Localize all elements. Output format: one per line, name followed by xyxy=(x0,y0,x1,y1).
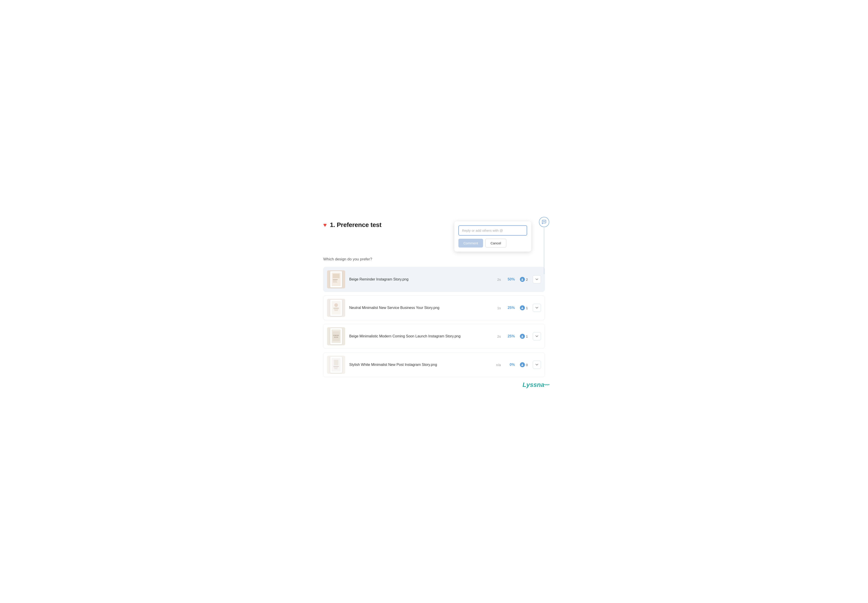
comment-popup: Comment Cancel xyxy=(454,221,531,252)
svg-point-28 xyxy=(522,364,522,365)
table-row: Neutral Minimalist New Service Business … xyxy=(323,295,545,320)
branding-text: Lyssna xyxy=(522,381,544,388)
item-name-4: Stylish White Minimalist New Post Instag… xyxy=(349,363,491,367)
comment-button[interactable]: Comment xyxy=(459,239,483,247)
right-sidebar xyxy=(539,217,549,274)
svg-rect-14 xyxy=(333,308,339,309)
stat-time-3: 2s xyxy=(496,334,501,338)
comment-input[interactable] xyxy=(459,226,527,235)
svg-rect-26 xyxy=(334,368,338,368)
svg-rect-10 xyxy=(333,282,337,282)
header-section: ♥ 1. Preference test Comment Cancel xyxy=(323,221,545,252)
thumb-inner-2 xyxy=(330,300,342,316)
stat-percent-1: 50% xyxy=(506,277,515,281)
svg-rect-8 xyxy=(333,279,338,280)
user-icon-1 xyxy=(520,277,525,282)
user-icon-2 xyxy=(520,305,525,310)
thumbnail-4 xyxy=(327,356,345,374)
user-count-4: 0 xyxy=(526,363,528,367)
svg-text:COMING: COMING xyxy=(333,335,339,336)
dropdown-button-3[interactable] xyxy=(533,332,541,340)
item-stats-4: n/a 0% 0 xyxy=(496,361,541,369)
item-name-1: Beige Reminder Instagram Story.png xyxy=(349,277,491,281)
comment-buttons: Comment Cancel xyxy=(459,239,527,247)
stat-time-1: 2s xyxy=(496,278,501,281)
svg-rect-24 xyxy=(334,360,338,365)
svg-rect-19 xyxy=(333,331,340,341)
svg-rect-16 xyxy=(334,310,338,311)
user-count-2: 1 xyxy=(526,306,528,310)
user-icon-3 xyxy=(520,334,525,339)
stat-users-2: 1 xyxy=(520,305,528,310)
svg-rect-27 xyxy=(334,369,338,369)
heart-icon: ♥ xyxy=(323,222,327,228)
branding: Lyssna〰 xyxy=(522,381,550,388)
svg-text:SOON: SOON xyxy=(334,337,338,338)
chat-icon-button[interactable] xyxy=(539,217,549,227)
svg-rect-15 xyxy=(334,309,338,310)
thumb-inner-1 xyxy=(330,271,342,288)
stat-users-4: 0 xyxy=(520,362,528,367)
cancel-button[interactable]: Cancel xyxy=(485,239,506,247)
svg-rect-9 xyxy=(333,281,337,281)
stat-time-4: n/a xyxy=(496,363,501,367)
thumbnail-2 xyxy=(327,299,345,317)
item-stats-3: 2s 25% 1 xyxy=(496,332,541,340)
vertical-line xyxy=(544,228,544,274)
svg-point-13 xyxy=(334,303,338,307)
thumb-inner-3: COMING SOON xyxy=(330,328,342,345)
stat-time-2: 1s xyxy=(496,306,501,310)
thumbnail-1 xyxy=(327,271,345,288)
items-list: Beige Reminder Instagram Story.png 2s 50… xyxy=(323,267,545,377)
stat-users-1: 2 xyxy=(520,277,528,282)
svg-point-22 xyxy=(522,336,522,336)
stat-percent-2: 25% xyxy=(506,306,515,310)
dropdown-button-2[interactable] xyxy=(533,304,541,312)
stat-percent-3: 25% xyxy=(506,334,515,338)
table-row: Stylish White Minimalist New Post Instag… xyxy=(323,352,545,377)
subtitle: Which design do you prefer? xyxy=(323,257,545,261)
stat-users-3: 1 xyxy=(520,334,528,339)
svg-point-1 xyxy=(544,221,544,222)
dropdown-button-1[interactable] xyxy=(533,275,541,283)
page-container: ♥ 1. Preference test Comment Cancel xyxy=(310,208,558,395)
user-count-3: 1 xyxy=(526,334,528,338)
svg-point-5 xyxy=(545,221,545,222)
svg-point-11 xyxy=(522,278,522,279)
svg-rect-25 xyxy=(333,366,339,367)
user-count-1: 2 xyxy=(526,278,528,281)
thumbnail-3: COMING SOON xyxy=(327,327,345,345)
dropdown-button-4[interactable] xyxy=(533,361,541,369)
title-area: ♥ 1. Preference test xyxy=(323,221,381,229)
table-row: COMING SOON Beige Minimalistic Modern Co… xyxy=(323,324,545,349)
thumb-inner-4 xyxy=(330,357,342,373)
user-icon-4 xyxy=(520,362,525,367)
item-name-3: Beige Minimalistic Modern Coming Soon La… xyxy=(349,334,491,338)
item-name-2: Neutral Minimalist New Service Business … xyxy=(349,306,491,310)
item-stats-1: 2s 50% 2 xyxy=(496,275,541,283)
stat-percent-4: 0% xyxy=(506,363,515,367)
svg-rect-7 xyxy=(333,274,339,278)
page-title: 1. Preference test xyxy=(330,221,381,229)
table-row: Beige Reminder Instagram Story.png 2s 50… xyxy=(323,267,545,292)
svg-point-17 xyxy=(522,307,522,308)
item-stats-2: 1s 25% 1 xyxy=(496,304,541,312)
